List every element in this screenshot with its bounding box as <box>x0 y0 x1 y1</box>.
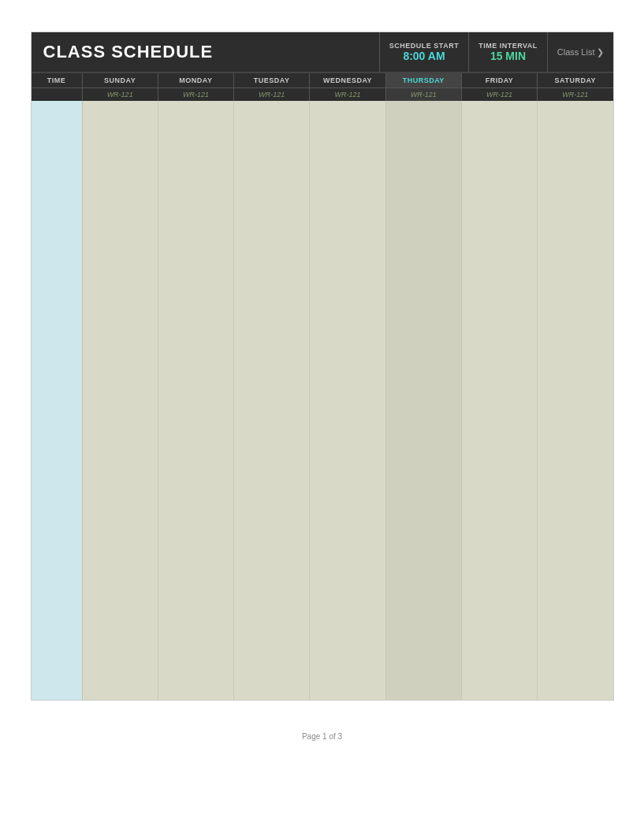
col-header-tuesday: TUESDAY <box>234 73 310 87</box>
sub-header-sunday: WR-121 <box>83 88 158 101</box>
day-column-thursday <box>386 101 462 700</box>
schedule-title: CLASS SCHEDULE <box>43 42 214 62</box>
sub-header-row: WR-121 WR-121 WR-121 WR-121 WR-121 WR-12… <box>32 87 613 101</box>
header-row: CLASS SCHEDULE SCHEDULE START 8:00 AM TI… <box>32 32 613 72</box>
class-list-section[interactable]: Class List ❯ <box>547 32 613 72</box>
col-header-saturday: SATURDAY <box>538 73 612 87</box>
sub-header-tuesday: WR-121 <box>234 88 310 101</box>
page: CLASS SCHEDULE SCHEDULE START 8:00 AM TI… <box>0 0 644 833</box>
sub-header-monday: WR-121 <box>158 88 234 101</box>
grid-body <box>32 101 613 700</box>
day-column-wednesday <box>310 101 385 700</box>
class-list-arrow-icon: ❯ <box>597 47 604 58</box>
sub-header-saturday: WR-121 <box>538 88 612 101</box>
page-indicator: Page 1 of 3 <box>302 732 342 741</box>
day-column-tuesday <box>234 101 310 700</box>
sub-header-thursday: WR-121 <box>386 88 462 101</box>
col-header-thursday: THURSDAY <box>386 73 462 87</box>
col-header-monday: MONDAY <box>158 73 234 87</box>
footer: Page 1 of 3 <box>302 732 342 741</box>
time-column <box>32 101 83 700</box>
col-header-sunday: SUNDAY <box>83 73 158 87</box>
title-section: CLASS SCHEDULE <box>32 32 379 72</box>
sub-header-friday: WR-121 <box>462 88 538 101</box>
col-header-wednesday: WEDNESDAY <box>310 73 385 87</box>
col-header-time: TIME <box>32 73 83 87</box>
col-header-friday: FRIDAY <box>462 73 538 87</box>
time-interval-label: TIME INTERVAL <box>478 42 538 50</box>
schedule-start-value: 8:00 AM <box>403 50 445 62</box>
day-column-friday <box>462 101 538 700</box>
class-list-label: Class List <box>557 47 595 57</box>
sub-header-wednesday: WR-121 <box>310 88 385 101</box>
time-interval-section: TIME INTERVAL 15 MIN <box>468 32 547 72</box>
schedule-container: CLASS SCHEDULE SCHEDULE START 8:00 AM TI… <box>31 32 614 701</box>
time-interval-value: 15 MIN <box>490 50 526 62</box>
sub-header-time <box>32 88 83 101</box>
schedule-start-label: SCHEDULE START <box>389 42 459 50</box>
day-column-saturday <box>538 101 612 700</box>
schedule-start-section: SCHEDULE START 8:00 AM <box>379 32 468 72</box>
days-grid <box>83 101 613 700</box>
col-headers-row: TIME SUNDAY MONDAY TUESDAY WEDNESDAY THU… <box>32 72 613 87</box>
day-column-monday <box>158 101 234 700</box>
day-column-sunday <box>83 101 158 700</box>
